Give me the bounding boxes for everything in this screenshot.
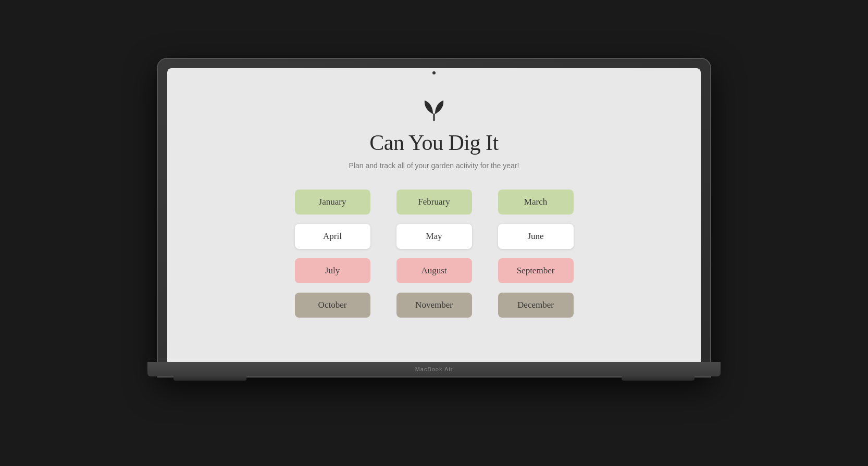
app-title: Can You Dig It (369, 130, 498, 155)
laptop-body: Can You Dig It Plan and track all of you… (158, 59, 710, 376)
laptop-foot-right (622, 375, 695, 381)
app-logo (418, 94, 450, 125)
laptop-base: MacBook Air (147, 362, 721, 376)
month-button-january[interactable]: January (295, 190, 370, 215)
month-button-november[interactable]: November (396, 293, 472, 318)
month-button-august[interactable]: August (396, 258, 472, 283)
month-button-april[interactable]: April (295, 224, 370, 249)
screen-content: Can You Dig It Plan and track all of you… (167, 68, 701, 367)
month-button-october[interactable]: October (295, 293, 370, 318)
month-button-march[interactable]: March (498, 190, 574, 215)
laptop-container: Can You Dig It Plan and track all of you… (158, 59, 710, 408)
laptop-model-label: MacBook Air (415, 366, 453, 372)
month-button-june[interactable]: June (498, 224, 574, 249)
month-button-february[interactable]: February (396, 190, 472, 215)
laptop-foot-left (173, 375, 246, 381)
month-button-may[interactable]: May (396, 224, 472, 249)
month-button-september[interactable]: September (498, 258, 574, 283)
months-grid: JanuaryFebruaryMarchAprilMayJuneJulyAugu… (295, 190, 574, 318)
leaf-icon (418, 116, 450, 124)
camera-dot (432, 71, 436, 74)
month-button-december[interactable]: December (498, 293, 574, 318)
app-subtitle: Plan and track all of your garden activi… (349, 161, 519, 170)
month-button-july[interactable]: July (295, 258, 370, 283)
screen-bezel: Can You Dig It Plan and track all of you… (167, 68, 701, 367)
